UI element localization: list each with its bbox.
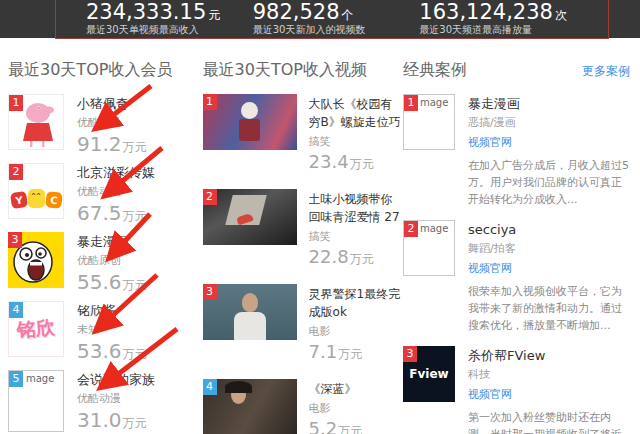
video-info: 《深蓝》 电影 5.2万元 [309, 379, 363, 434]
video-income-unit: 万元 [350, 157, 374, 171]
case-site-link[interactable]: 视频官网 [468, 387, 630, 402]
rank-badge: 1 [9, 95, 23, 111]
rank-badge: 1 [404, 95, 418, 111]
video-thumbnail[interactable]: 4 [203, 379, 297, 434]
member-category: 优酷动漫 [77, 184, 155, 199]
member-income: 67.5 [77, 201, 122, 225]
video-income: 23.4 [309, 151, 349, 172]
case-item-3[interactable]: 3 Fview 杀价帮FView 科技 视频官网 第一次加入粉丝赞助时还在内测，… [403, 346, 630, 434]
case-item-1[interactable]: 1 mage 暴走漫画 恶搞/漫画 视频官网 在加入广告分成后，月收入超过5万。… [403, 94, 630, 208]
broken-image-icon: mage [26, 373, 54, 384]
case-site-link[interactable]: 视频官网 [468, 261, 630, 276]
rank-badge: 2 [203, 189, 217, 205]
member-avatar-yoc[interactable]: 2 YˆˆC [8, 163, 64, 219]
rank-badge: 4 [9, 302, 23, 318]
top-videos-column: 最近30天TOP收入视频 1 大队长《校园有穷B》螺旋走位巧夺助学金... 搞笑… [203, 48, 403, 434]
member-income-unit: 万元 [123, 278, 147, 292]
case-name: 暴走漫画 [468, 95, 630, 112]
video-income: 7.1 [309, 341, 338, 362]
stat-unit: 元 [208, 8, 220, 22]
video-item-1[interactable]: 1 大队长《校园有穷B》螺旋走位巧夺助学金... 搞笑 23.4万元 [203, 94, 403, 173]
case-name: 杀价帮FView [468, 347, 630, 364]
case-category: 科技 [468, 367, 630, 382]
member-name: 小猪佩奇 [77, 95, 147, 112]
member-item-3[interactable]: 3 暴走漫画 优酷原创 55.6万元 [8, 232, 203, 294]
stat-label: 最近30天新加入的视频数 [253, 24, 420, 35]
top-members-column: 最近30天TOP收入会员 1 小猪佩奇 优酷动漫 91.2万元 [8, 48, 203, 434]
case-thumbnail-fview[interactable]: 3 Fview [403, 346, 455, 402]
member-avatar-peppa[interactable]: 1 [8, 94, 64, 150]
member-category: 优酷动漫 [77, 391, 155, 406]
video-item-2[interactable]: 2 土味小视频带你回味青涩爱情 27 搞笑 22.8万元 [203, 189, 403, 268]
member-income: 91.2 [77, 132, 122, 156]
case-name: secciya [468, 221, 630, 238]
case-thumbnail-broken-image[interactable]: 1 mage [403, 94, 455, 150]
stat-value: 234,333.15 [86, 0, 206, 24]
member-name: 会说话的家族 [77, 371, 155, 388]
member-income: 53.6 [77, 339, 122, 363]
video-category: 电影 [309, 401, 363, 416]
member-income: 31.0 [77, 408, 122, 432]
member-income: 55.6 [77, 270, 122, 294]
video-title: 大队长《校园有穷B》螺旋走位巧夺助学金... [309, 95, 403, 131]
member-info: 会说话的家族 优酷动漫 31.0万元 [77, 370, 155, 432]
stats-topbar: 234,333.15元 最近30天单视频最高收入 982,528个 最近30天新… [0, 0, 640, 38]
member-item-4[interactable]: 4 铭欣 铭欣酱 未知 53.6万元 [8, 301, 203, 363]
video-item-4[interactable]: 4 《深蓝》 电影 5.2万元 [203, 379, 403, 434]
video-info: 土味小视频带你回味青涩爱情 27 搞笑 22.8万元 [309, 189, 403, 268]
member-info: 小猪佩奇 优酷动漫 91.2万元 [77, 94, 147, 156]
case-description: 在加入广告分成后，月收入超过5万。用户对我们品牌的认可真正开始转化为分成收入..… [468, 157, 630, 208]
member-info: 北京溢彩传媒 优酷动漫 67.5万元 [77, 163, 155, 225]
member-avatar-mingxin[interactable]: 4 铭欣 [8, 301, 64, 357]
member-info: 铭欣酱 未知 53.6万元 [77, 301, 147, 363]
stat-max-channel-plays: 163,124,238次 最近30天频道最高播放量 [419, 1, 586, 35]
case-site-link[interactable]: 视频官网 [468, 135, 630, 150]
video-info: 灵界警探1最终完成版ok 电影 7.1万元 [309, 284, 403, 363]
case-info: 杀价帮FView 科技 视频官网 第一次加入粉丝赞助时还在内测，当时那一期视频收… [468, 346, 630, 434]
video-income-unit: 万元 [338, 424, 362, 434]
mingxin-logo: 铭欣 [16, 314, 56, 343]
video-title: 灵界警探1最终完成版ok [309, 285, 403, 321]
video-income-unit: 万元 [338, 347, 362, 361]
rank-badge: 2 [9, 164, 23, 180]
video-income: 5.2 [309, 418, 338, 434]
member-income-unit: 万元 [123, 209, 147, 223]
stat-value: 982,528 [253, 0, 340, 24]
broken-image-icon: mage [420, 223, 448, 234]
case-description: 第一次加入粉丝赞助时还在内测，当时那一期视频收到了将近3000元，近200条付费… [468, 409, 630, 434]
stat-unit: 个 [342, 8, 354, 22]
video-income: 22.8 [309, 246, 349, 267]
video-thumbnail[interactable]: 2 [203, 189, 297, 245]
case-category: 恶搞/漫画 [468, 115, 630, 130]
rank-badge: 5 [9, 371, 23, 387]
member-item-2[interactable]: 2 YˆˆC 北京溢彩传媒 优酷动漫 67.5万元 [8, 163, 203, 225]
video-title: 《深蓝》 [309, 380, 363, 398]
member-income-unit: 万元 [123, 140, 147, 154]
member-item-1[interactable]: 1 小猪佩奇 优酷动漫 91.2万元 [8, 94, 203, 156]
video-item-3[interactable]: 3 灵界警探1最终完成版ok 电影 7.1万元 [203, 284, 403, 363]
members-column-title: 最近30天TOP收入会员 [8, 60, 203, 81]
stat-unit: 次 [555, 8, 567, 22]
video-thumbnail[interactable]: 1 [203, 94, 297, 150]
stat-max-video-income: 234,333.15元 最近30天单视频最高收入 [86, 1, 253, 35]
more-cases-link[interactable]: 更多案例 [582, 63, 630, 80]
member-info: 暴走漫画 优酷原创 55.6万元 [77, 232, 147, 294]
case-thumbnail-broken-image[interactable]: 2 mage [403, 220, 455, 276]
member-avatar-broken-image[interactable]: 5 mage [8, 370, 64, 432]
member-name: 铭欣酱 [77, 302, 147, 319]
rank-badge: 3 [8, 232, 22, 248]
case-item-2[interactable]: 2 mage secciya 舞蹈/拍客 视频官网 很荣幸加入视频创收平台，它为… [403, 220, 630, 334]
member-item-5[interactable]: 5 mage 会说话的家族 优酷动漫 31.0万元 [8, 370, 203, 432]
stat-label: 最近30天单视频最高收入 [86, 24, 253, 35]
video-title: 土味小视频带你回味青涩爱情 27 [309, 190, 403, 226]
classic-cases-column: 经典案例 更多案例 1 mage 暴走漫画 恶搞/漫画 视频官网 在加入广告分成… [403, 48, 634, 434]
case-description: 很荣幸加入视频创收平台，它为我带来了新的激情和动力。通过搜索优化，播放量不断增加… [468, 283, 630, 334]
stats-highlight-box: 234,333.15元 最近30天单视频最高收入 982,528个 最近30天新… [55, 0, 609, 39]
video-thumbnail[interactable]: 3 [203, 284, 297, 340]
rank-badge: 3 [203, 284, 217, 300]
member-avatar-baozou[interactable]: 3 [8, 232, 64, 288]
main-content: 最近30天TOP收入会员 1 小猪佩奇 优酷动漫 91.2万元 [0, 38, 640, 434]
case-info: secciya 舞蹈/拍客 视频官网 很荣幸加入视频创收平台，它为我带来了新的激… [468, 220, 630, 334]
member-name: 北京溢彩传媒 [77, 164, 155, 181]
stat-new-videos: 982,528个 最近30天新加入的视频数 [253, 1, 420, 35]
